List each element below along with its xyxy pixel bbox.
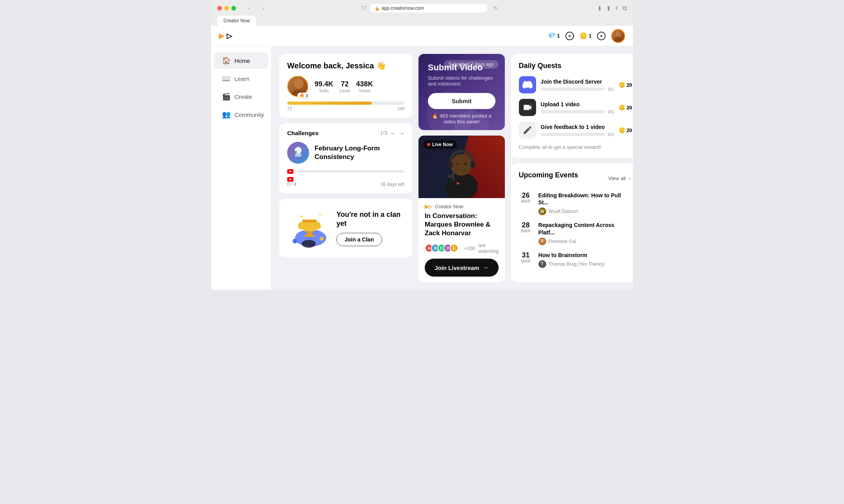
host-1-name: Wyatt Dobson — [549, 209, 578, 214]
views-stat: 438K Views — [356, 80, 373, 93]
quest-feedback-bar — [541, 133, 605, 136]
youtube-icon — [287, 169, 293, 174]
wave-emoji: 👋 — [376, 61, 386, 70]
svg-text:▶: ▶ — [457, 181, 460, 185]
host-1-avatar: W — [538, 207, 546, 215]
tabs-icon[interactable]: ⧉ — [622, 5, 627, 12]
refresh-button[interactable]: ↻ — [490, 4, 501, 12]
join-livestream-button[interactable]: Join Livestream → — [425, 259, 499, 277]
next-challenge-button[interactable]: → — [399, 130, 404, 136]
quest-discord: Join the Discord Server 0/1 🪙 20 — [519, 76, 632, 93]
creator-name: Creator Now — [435, 204, 463, 209]
quest-discord-details: Join the Discord Server 0/1 — [541, 79, 614, 91]
submit-badge: Submitted 7 days ago — [444, 60, 499, 69]
event-2-details: Repackaging Content Across Platf... P Pr… — [538, 222, 632, 245]
gem-icon: 💎 — [548, 32, 556, 39]
svg-rect-12 — [304, 235, 315, 237]
clan-card: ✦ ✦ You're not in a clan yet Join a C — [279, 199, 412, 257]
sidebar-item-home[interactable]: 🏠 Home — [214, 52, 268, 69]
add-gem-button[interactable]: + — [565, 32, 574, 40]
add-coin-button[interactable]: + — [597, 32, 606, 40]
quest-discord-bar — [541, 88, 605, 91]
browser-tab[interactable]: Creator Now — [217, 16, 256, 26]
clan-art: ✦ ✦ — [287, 207, 330, 250]
svg-rect-22 — [470, 161, 475, 168]
sidebar-item-create[interactable]: 🎬 Create — [214, 88, 268, 105]
sidebar-item-learn[interactable]: 📖 Learn — [214, 70, 268, 87]
tab-title: Creator Now — [224, 18, 250, 23]
sidebar-item-community[interactable]: 👥 Community — [214, 106, 268, 123]
coin-badge: 🪙 1 — [579, 32, 592, 39]
upcoming-events-card: Upcoming Events View all → 26 MAR Editin… — [511, 163, 633, 282]
url-text: app.creatornow.com — [382, 5, 424, 11]
watchers-row: A B C D E +200 are watching — [425, 242, 499, 254]
app-logo: ▶ ▷ — [219, 32, 232, 40]
sidebar-item-label-community: Community — [234, 111, 264, 118]
stream-title: In Conversation: Marques Brownlee & Zack… — [425, 212, 499, 238]
maximize-button[interactable] — [231, 6, 236, 11]
middle-column: Submitted 7 days ago Submit Video Submit… — [418, 54, 505, 282]
svg-point-25 — [456, 163, 459, 165]
event-1-title: Editing Breakdown: How to Pull St... — [538, 192, 632, 206]
download-icon: ⬇ — [597, 5, 602, 12]
live-label: Live Now — [432, 142, 453, 147]
content-area: Welcome back, Jessica 👋 — [272, 46, 633, 290]
new-tab-icon[interactable]: + — [615, 5, 619, 12]
subs-stat: 99.4K Subs — [315, 80, 333, 93]
quest-feedback-reward: 🪙 20 — [619, 127, 632, 133]
gem-badge: 💎 1 — [548, 32, 560, 39]
address-bar[interactable]: 🔒 app.creatornow.com — [370, 4, 487, 13]
livestream-info: ▶▷ Creator Now In Conversation: Marques … — [418, 198, 505, 282]
svg-point-16 — [320, 237, 324, 241]
svg-point-1 — [614, 37, 622, 42]
svg-rect-11 — [307, 231, 312, 235]
quest-discord-reward: 🪙 20 — [619, 82, 632, 88]
upload-quest-icon — [519, 99, 536, 116]
event-3-details: How to Brainstorm T Thomas Brag (Yes The… — [538, 252, 632, 268]
svg-point-17 — [293, 239, 297, 243]
challenge-image — [287, 142, 309, 164]
event-2-date: 28 MAR — [519, 222, 533, 233]
app-header: ▶ ▷ 💎 1 + 🪙 1 + — [211, 26, 633, 46]
event-2-host: P Premiere Gal — [538, 238, 632, 245]
close-button[interactable] — [217, 6, 222, 11]
challenges-nav: 1/3 ← → — [380, 130, 404, 136]
coin-icon: 🪙 — [579, 32, 587, 39]
browser-chrome: ‹ › 🛡 🔒 app.creatornow.com ↻ ⬇ ⬆ + ⧉ Cre… — [211, 0, 633, 26]
livestream-card: ▶ — [418, 136, 505, 282]
event-3-title: How to Brainstorm — [538, 252, 632, 259]
clan-title: You're not in a clan yet — [336, 210, 404, 229]
quest-upload-name: Upload 1 video — [541, 101, 614, 107]
quest-upload-details: Upload 1 video 0/1 — [541, 101, 614, 114]
challenge-progress-label: 0 / 4 — [287, 182, 296, 187]
sidebar: 🏠 Home 📖 Learn 🎬 Create 👥 Community — [211, 46, 272, 290]
svg-rect-21 — [448, 161, 452, 168]
prev-challenge-button[interactable]: ← — [390, 130, 396, 136]
back-button[interactable]: ‹ — [244, 4, 255, 12]
minimize-button[interactable] — [224, 6, 229, 11]
quest-complete-message: Complete all to get a special reward! — [519, 144, 632, 150]
event-3: 31 MAR How to Brainstorm T Thomas Brag (… — [519, 252, 632, 268]
quest-feedback-name: Give feedback to 1 video — [541, 124, 614, 130]
left-column: Welcome back, Jessica 👋 — [279, 54, 412, 282]
streak-badge: 🔥 3 — [297, 93, 310, 98]
watcher-avatars: A B C D E — [425, 244, 456, 252]
upcoming-events-title: Upcoming Events — [519, 171, 578, 179]
level-stat: 72 Level — [340, 80, 350, 93]
clan-text: You're not in a clan yet Join a Clan — [336, 210, 404, 247]
user-avatar[interactable] — [611, 29, 625, 43]
creator-logo-icon: ▶▷ — [425, 204, 433, 209]
shield-icon: 🛡 — [361, 5, 367, 11]
join-clan-button[interactable]: Join a Clan — [336, 233, 382, 246]
livestream-thumbnail: ▶ — [418, 136, 505, 198]
forward-button[interactable]: › — [258, 4, 269, 12]
svg-point-0 — [615, 31, 621, 37]
coin-icon-quest2: 🪙 — [619, 104, 625, 111]
event-1-details: Editing Breakdown: How to Pull St... W W… — [538, 192, 632, 215]
sidebar-item-label-create: Create — [234, 93, 252, 100]
view-all-button[interactable]: View all → — [608, 175, 632, 181]
submit-video-card: Submitted 7 days ago Submit Video Submit… — [418, 54, 505, 130]
sidebar-item-label-home: Home — [234, 57, 250, 64]
feedback-quest-icon — [519, 122, 536, 139]
quest-feedback-details: Give feedback to 1 video 0/1 — [541, 124, 614, 137]
